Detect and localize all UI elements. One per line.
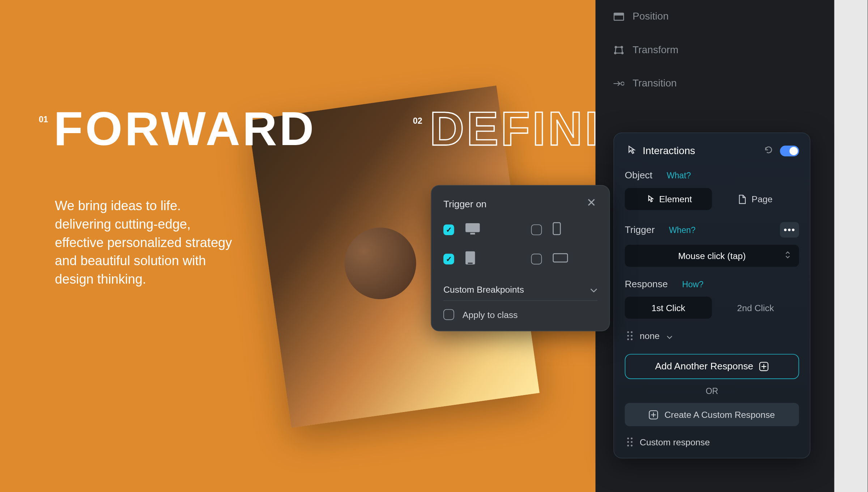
close-icon[interactable] [586,196,597,211]
transform-icon [613,45,624,56]
custom-response-row[interactable]: Custom response [625,437,799,447]
trigger-hint: When? [669,225,695,234]
chevron-down-icon [667,331,673,341]
click-tabs: 1st Click 2nd Click [625,297,799,319]
body-copy[interactable]: We bring ideas to life. delivering cutti… [55,197,234,289]
chevron-updown-icon [785,251,791,261]
heading-defini[interactable]: DEFINI [430,102,596,157]
response-value: none [640,331,660,341]
object-label: Object [625,170,652,181]
create-custom-response-button[interactable]: Create A Custom Response [625,403,799,426]
custom-breakpoints-label: Custom Breakpoints [443,284,524,294]
trigger-select[interactable]: Mouse click (tap) [625,245,799,267]
property-label: Transform [633,44,678,56]
checkbox-mobile-portrait[interactable] [531,224,542,235]
panel-title: Interactions [643,145,757,157]
drag-handle-icon [627,331,633,340]
svg-point-3 [621,46,623,48]
svg-rect-10 [465,223,480,232]
svg-rect-13 [465,251,475,264]
tablet-icon [465,251,476,267]
property-label: Position [633,11,669,23]
checkbox-tablet[interactable] [443,254,454,264]
chevron-down-icon [590,284,597,294]
or-divider: OR [625,386,799,396]
svg-rect-11 [470,233,475,235]
interactions-panel: Interactions Object What? Element Page T… [613,132,810,458]
heading-number-2: 02 [413,116,422,125]
svg-point-5 [614,52,617,55]
property-label: Transition [633,78,677,90]
tab-1st-click[interactable]: 1st Click [625,297,712,319]
plus-box-icon [649,410,658,419]
trigger-label: Trigger [625,224,655,235]
property-transform[interactable]: Transform [596,33,834,67]
button-label: Add Another Response [655,361,753,372]
svg-point-7 [621,82,624,85]
svg-rect-1 [614,13,624,16]
trigger-value: Mouse click (tap) [678,251,746,261]
property-transition[interactable]: Transition [596,67,834,100]
position-icon [613,11,624,22]
right-edge-strip [834,0,868,492]
checkbox-apply-to-class[interactable] [443,309,454,320]
trigger-on-popup: Trigger on [431,185,610,331]
pointer-icon [625,144,637,158]
popup-title: Trigger on [443,199,486,209]
mobile-portrait-icon [553,222,561,238]
tab-element[interactable]: Element [625,188,712,210]
svg-rect-12 [553,222,561,234]
heading-forward[interactable]: FORWARD [54,102,316,157]
tab-page[interactable]: Page [712,188,799,210]
desktop-icon [465,222,480,237]
response-label: Response [625,279,668,290]
property-position[interactable]: Position [596,0,834,33]
button-label: Create A Custom Response [664,410,775,420]
transition-icon [613,78,624,89]
undo-icon[interactable] [763,144,774,157]
object-tabs: Element Page [625,188,799,210]
response-value-row[interactable]: none [625,331,799,341]
response-hint: How? [682,279,703,289]
custom-response-label: Custom response [640,437,710,447]
trigger-more-button[interactable]: ••• [780,222,799,238]
custom-breakpoints-row[interactable]: Custom Breakpoints [443,278,597,301]
svg-rect-15 [553,254,568,262]
tab-2nd-click[interactable]: 2nd Click [712,297,799,319]
tab-label: Page [752,194,773,204]
svg-point-4 [621,52,624,55]
mobile-landscape-icon [553,253,568,265]
interactions-toggle[interactable] [780,146,799,157]
apply-to-class-label: Apply to class [463,310,518,320]
add-response-button[interactable]: Add Another Response [625,354,799,379]
tab-label: Element [659,194,692,204]
heading-number-1: 01 [39,115,48,124]
drag-handle-icon [627,437,633,446]
checkbox-desktop[interactable] [443,224,454,235]
checkbox-mobile-landscape[interactable] [531,254,542,264]
object-hint: What? [667,171,691,180]
svg-point-2 [615,46,617,48]
plus-box-icon [759,362,769,371]
svg-rect-14 [468,263,473,264]
